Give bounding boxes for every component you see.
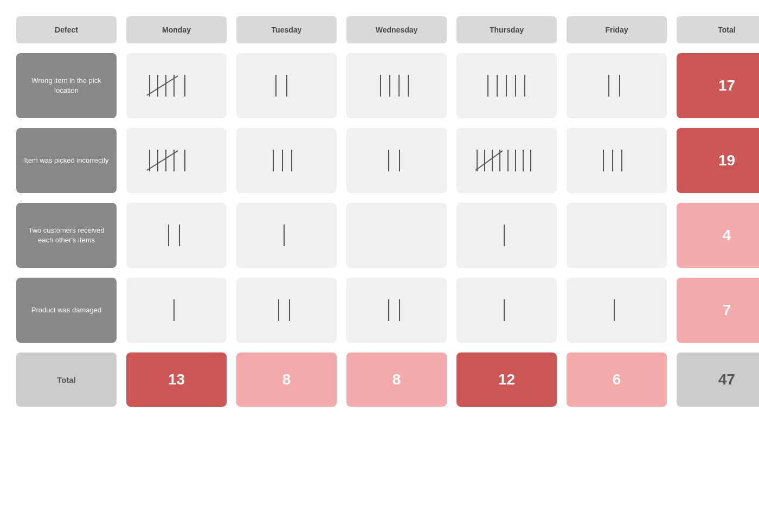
tally-row3-fri — [567, 203, 667, 268]
total-tuesday: 8 — [236, 352, 337, 407]
svg-line-34 — [475, 151, 503, 170]
tally-row3-mon — [126, 203, 227, 268]
tally-row2-mon — [126, 128, 227, 193]
tally-row4-tue — [236, 278, 337, 343]
total-grand: 47 — [677, 352, 759, 407]
header-thursday: Thursday — [456, 16, 557, 43]
total-wednesday: 8 — [346, 352, 447, 407]
tally-row3-wed — [346, 203, 447, 268]
defect-label-4: Product was damaged — [16, 278, 117, 343]
header-total: Total — [677, 16, 759, 43]
tally-row2-wed — [346, 128, 447, 193]
tally-row3-thu — [456, 203, 557, 268]
defect-label-1: Wrong item in the pick location — [16, 53, 117, 118]
header-monday: Monday — [126, 16, 227, 43]
total-thursday: 12 — [456, 352, 557, 407]
tally-row3-tue — [236, 203, 337, 268]
total-row3: 4 — [677, 203, 759, 268]
total-row2: 19 — [677, 128, 759, 193]
total-friday: 6 — [567, 352, 667, 407]
tally-row2-tue — [236, 128, 337, 193]
tally-row1-fri — [567, 53, 667, 118]
header-wednesday: Wednesday — [346, 16, 447, 43]
svg-line-4 — [147, 76, 178, 95]
tally-row4-thu — [456, 278, 557, 343]
defect-label-2: Item was picked incorrectly — [16, 128, 117, 193]
header-defect: Defect — [16, 16, 117, 43]
total-row1: 17 — [677, 53, 759, 118]
tally-row4-fri — [567, 278, 667, 343]
total-label: Total — [16, 352, 117, 407]
tally-row1-wed — [346, 53, 447, 118]
tally-row2-fri — [567, 128, 667, 193]
tally-row4-wed — [346, 278, 447, 343]
svg-line-23 — [147, 151, 178, 170]
total-row4: 7 — [677, 278, 759, 343]
tally-row2-thu — [456, 128, 557, 193]
main-grid: Defect Monday Tuesday Wednesday Thursday… — [11, 11, 748, 412]
tally-row1-thu — [456, 53, 557, 118]
tally-row1-mon — [126, 53, 227, 118]
header-tuesday: Tuesday — [236, 16, 337, 43]
tally-row4-mon — [126, 278, 227, 343]
defect-label-3: Two customers received each other's item… — [16, 203, 117, 268]
total-monday: 13 — [126, 352, 227, 407]
header-friday: Friday — [567, 16, 667, 43]
tally-row1-tue — [236, 53, 337, 118]
